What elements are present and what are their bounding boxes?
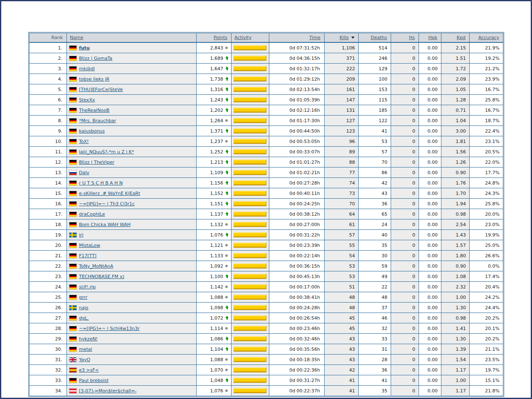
activity-bar xyxy=(234,212,266,217)
activity-bar xyxy=(234,222,266,227)
player-name-link[interactable]: mk@dl xyxy=(79,66,95,71)
deaths-cell: 100 xyxy=(359,74,391,84)
player-name-link[interactable]: najs xyxy=(79,305,89,310)
column-label-name[interactable]: Name xyxy=(70,35,83,40)
name-cell: tobse lieks jR xyxy=(67,74,197,84)
name-cell: *Mrs. Brauchbar xyxy=(67,116,197,126)
de-flag-icon xyxy=(69,295,76,300)
headshots-cell: 0 xyxy=(391,84,419,95)
activity-cell xyxy=(232,240,269,251)
player-name-link[interactable]: kaiusbonus xyxy=(79,128,105,134)
player-name-link[interactable]: *Mrs. Brauchbar xyxy=(79,118,116,123)
player-name-link[interactable]: ToNy_MoNtAnA xyxy=(79,264,113,269)
accuracy-cell: 18.7% xyxy=(470,116,503,126)
kills-cell: 45 xyxy=(325,323,359,334)
accuracy-cell: 20.4% xyxy=(470,282,503,292)
table-row: 29.hykzeN!1,0860d 00:32:46h433300.001.30… xyxy=(30,334,503,344)
player-name-link[interactable]: hykzeN! xyxy=(79,336,98,342)
player-name-link[interactable]: ~=[IPG]=~ | Schl4w13n3r xyxy=(79,326,140,331)
column-label-hpk[interactable]: Hpk xyxy=(428,35,437,40)
player-name-link[interactable]: [3-07]-=Mon$ter$chall=- xyxy=(79,388,137,394)
player-name-link[interactable]: e-sKillerz .# WaYnE K|EaRt xyxy=(79,191,140,196)
hpk-cell: 0.00 xyxy=(419,178,441,188)
player-name-link[interactable]: Blizz | GomaTa xyxy=(79,56,112,61)
player-name-link[interactable]: Blizz | TheViper xyxy=(79,160,114,165)
activity-bar xyxy=(234,336,266,341)
points-value: 1,098 xyxy=(210,305,224,310)
activity-cell xyxy=(232,136,269,147)
column-label-kills[interactable]: Kills xyxy=(340,35,349,40)
hpk-cell: 0.00 xyxy=(419,355,441,365)
time-cell: 0d 00:17:00h xyxy=(269,282,325,292)
column-label-time[interactable]: Time xyxy=(309,35,320,40)
player-name-link[interactable]: ToX! xyxy=(79,139,89,144)
hpk-cell: 0.00 xyxy=(419,147,441,157)
player-name-link[interactable]: [THU]EForCe|SteVe xyxy=(79,87,123,92)
name-cell: irl xyxy=(67,230,197,240)
headshots-cell: 0 xyxy=(391,74,419,84)
deaths-cell: 43 xyxy=(359,188,391,199)
headshots-cell: 0 xyxy=(391,375,419,386)
player-name-link[interactable]: F17[TT] xyxy=(79,253,96,259)
deaths-cell: 28 xyxy=(359,355,391,365)
deaths-cell: 59 xyxy=(359,261,391,271)
rank-cell: 9. xyxy=(30,126,67,136)
kpd-cell: 1.00 xyxy=(441,292,470,303)
trend-up-icon xyxy=(225,233,229,237)
table-row: 31.YayO1,0880d 00:18:35h432800.001.5423.… xyxy=(30,355,503,365)
activity-bar xyxy=(234,253,266,258)
points-value: 1,156 xyxy=(210,180,224,186)
column-label-accuracy[interactable]: Accuracy xyxy=(478,35,499,40)
table-row: 15.e-sKillerz .# WaYnE K|EaRt1,1520d 00:… xyxy=(30,188,503,199)
column-label-points[interactable]: Points xyxy=(214,35,227,40)
player-name-link[interactable]: futu xyxy=(79,45,90,51)
player-name-link[interactable]: metal xyxy=(79,347,92,352)
column-label-rank: Rank xyxy=(52,35,63,40)
headshots-cell: 0 xyxy=(391,157,419,167)
player-name-link[interactable]: e3 >sF< xyxy=(79,367,99,373)
player-name-link[interactable]: irl xyxy=(79,232,84,238)
player-name-link[interactable]: MistaLow xyxy=(79,243,100,248)
de-flag-icon xyxy=(69,139,76,144)
points-cell: 1,132 xyxy=(197,219,232,230)
column-header-hpk: Hpk xyxy=(419,33,441,43)
trend-up-icon xyxy=(225,77,229,81)
player-name-link[interactable]: Dalv xyxy=(79,170,89,175)
player-name-link[interactable]: YayO xyxy=(79,357,90,362)
time-cell: 0d 02:13:54h xyxy=(269,84,325,95)
table-row: 33.Paul breboist1,0480d 00:31:27h414100.… xyxy=(30,375,503,386)
player-name-link[interactable]: draCophILe xyxy=(79,212,105,217)
points-cell: 1,109 xyxy=(197,167,232,178)
player-name-link[interactable]: grrr xyxy=(79,295,87,300)
name-cell: ToNy_MoNtAnA xyxy=(67,261,197,271)
player-name-link[interactable]: sUf!.rlp xyxy=(79,284,96,290)
points-cell: 1,316 xyxy=(197,84,232,95)
trend-steady-icon xyxy=(225,254,228,257)
deaths-cell: 46 xyxy=(359,313,391,323)
hpk-cell: 0.00 xyxy=(419,53,441,64)
player-name-link[interactable]: TECHNOBASE.FM x) xyxy=(79,274,124,279)
player-name-link[interactable]: laiii_NQuuS?-*m u Z i K* xyxy=(79,149,134,155)
table-body: 1.futu2,8430d 07:31:52h1,10651400.002.15… xyxy=(30,42,503,396)
player-name-link[interactable]: tobse lieks jR xyxy=(79,76,109,82)
kpd-cell: 1.17 xyxy=(441,386,470,396)
player-rankings-panel: RankNamePointsActivityTimeKillsDeathsHsH… xyxy=(28,32,504,397)
hpk-cell: 0.00 xyxy=(419,105,441,116)
player-name-link[interactable]: StexXx xyxy=(79,97,95,103)
column-label-kpd[interactable]: Kpd xyxy=(457,35,466,40)
deaths-cell: 153 xyxy=(359,84,391,95)
player-name-link[interactable]: TheRealNooB xyxy=(79,108,109,113)
headshots-cell: 0 xyxy=(391,365,419,375)
at-flag-icon xyxy=(69,389,76,393)
player-name-link[interactable]: r U T S C H B A H N xyxy=(79,180,123,186)
player-name-link[interactable]: Bom Chicka WAH WAH xyxy=(79,222,131,227)
column-label-deaths[interactable]: Deaths xyxy=(371,35,387,40)
player-name-link[interactable]: Paul breboist xyxy=(79,378,108,383)
column-label-hs[interactable]: Hs xyxy=(409,35,415,40)
player-name-link[interactable]: ~=[IPG]=~ | Th3 Cl3r1c xyxy=(79,201,135,207)
points-cell: 1,072 xyxy=(197,313,232,323)
column-label-activity[interactable]: Activity xyxy=(234,35,251,40)
player-name-link[interactable]: dgL. xyxy=(79,315,89,321)
points-cell: 1,098 xyxy=(197,303,232,313)
accuracy-cell: 22.0% xyxy=(470,157,503,167)
